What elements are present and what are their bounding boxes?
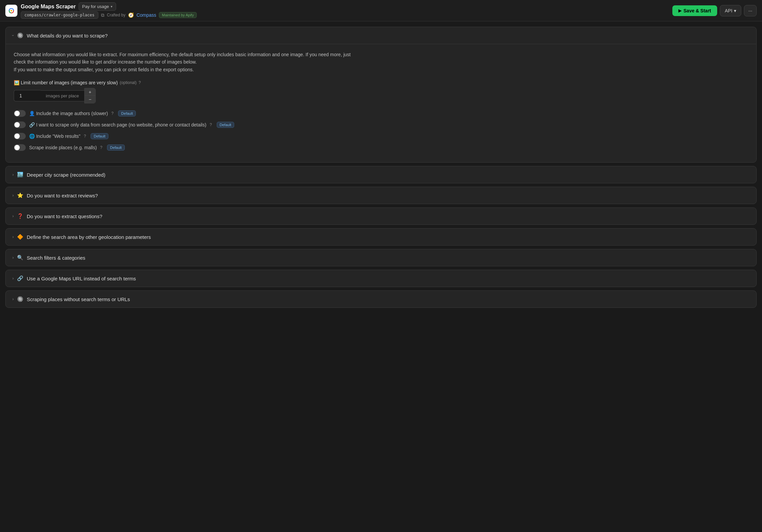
svg-point-1 <box>11 10 12 11</box>
accordion-search-filters: › 🔍 Search filters & categories <box>5 249 757 266</box>
accordion-questions: › ❓ Do you want to extract questions? <box>5 207 757 225</box>
app-title: Google Maps Scraper <box>21 4 76 10</box>
chevron-right-icon-3: › <box>12 214 14 218</box>
scrape-inside-toggle[interactable] <box>14 144 26 151</box>
increment-button[interactable]: + <box>85 88 95 96</box>
maintained-badge: Maintained by Apify <box>159 12 197 18</box>
chevron-right-icon-2: › <box>12 193 14 198</box>
compass-avatar: 🧭 <box>128 12 134 18</box>
images-per-place-field: images per place + − <box>14 88 748 103</box>
images-count-input[interactable] <box>14 90 40 101</box>
chevron-right-icon-4: › <box>12 235 14 239</box>
accordion-google-url: › 🔗 Use a Google Maps URL instead of sea… <box>5 270 757 287</box>
toggle-row-image-authors: 👤 Include the image authors (slower) ? D… <box>14 110 748 117</box>
breadcrumb-path: compass/crawler-google-places <box>21 11 98 19</box>
accordion-reviews: › ⭐ Do you want to extract reviews? <box>5 187 757 204</box>
section-emoji-8: 🔘 <box>17 296 23 302</box>
breadcrumb-row: compass/crawler-google-places ⧉ Crafted … <box>21 11 197 19</box>
accordion-body-scrape-details: Choose what information you would like t… <box>6 44 756 162</box>
accordion-header-geolocation[interactable]: › 🔶 Define the search area by other geol… <box>6 229 756 245</box>
accordion-header-reviews[interactable]: › ⭐ Do you want to extract reviews? <box>6 187 756 204</box>
web-results-default-badge: Default <box>91 133 108 139</box>
compass-link[interactable]: Compass <box>136 12 156 18</box>
pay-for-usage-button[interactable]: Pay for usage ▾ <box>79 2 116 11</box>
crafted-by-label: Crafted by <box>107 13 125 17</box>
copy-icon[interactable]: ⧉ <box>101 12 104 18</box>
toggle-row-search-page-only: 🔗 I want to scrape only data from search… <box>14 121 748 128</box>
accordion-scrape-details: › 🔘 What details do you want to scrape? … <box>5 27 757 163</box>
accordion-header-deeper-city[interactable]: › 🏙️ Deeper city scrape (recommended) <box>6 166 756 183</box>
chevron-right-icon-6: › <box>12 276 14 281</box>
chevron-right-icon: › <box>12 172 14 177</box>
accordion-geolocation: › 🔶 Define the search area by other geol… <box>5 228 757 246</box>
pay-chevron-icon: ▾ <box>111 5 112 8</box>
section-emoji-3: ⭐ <box>17 192 23 198</box>
app-logo <box>5 5 17 17</box>
play-icon: ▶ <box>678 8 681 13</box>
main-content: › 🔘 What details do you want to scrape? … <box>0 21 762 313</box>
search-page-only-toggle[interactable] <box>14 121 26 128</box>
limit-images-label: 🖼️ Limit number of images (images are ve… <box>14 80 748 85</box>
scrape-inside-help-icon[interactable]: ? <box>100 145 102 150</box>
section-emoji-7: 🔗 <box>17 275 23 281</box>
image-authors-toggle[interactable] <box>14 110 26 117</box>
scrape-inside-default-badge: Default <box>107 145 125 151</box>
accordion-header-google-url[interactable]: › 🔗 Use a Google Maps URL instead of sea… <box>6 270 756 287</box>
accordion-header-scrape-details[interactable]: › 🔘 What details do you want to scrape? <box>6 27 756 44</box>
section-emoji-6: 🔍 <box>17 255 23 261</box>
web-results-toggle[interactable] <box>14 133 26 140</box>
section-emoji-5: 🔶 <box>17 234 23 240</box>
accordion-deeper-city: › 🏙️ Deeper city scrape (recommended) <box>5 166 757 183</box>
images-unit-label: images per place <box>40 90 84 101</box>
image-authors-help-icon[interactable]: ? <box>111 111 114 116</box>
accordion-header-scraping-places[interactable]: › 🔘 Scraping places without search terms… <box>6 291 756 307</box>
search-page-only-default-badge: Default <box>217 122 234 128</box>
api-button[interactable]: API ▾ <box>720 5 742 16</box>
accordion-header-search-filters[interactable]: › 🔍 Search filters & categories <box>6 249 756 266</box>
app-header: Google Maps Scraper Pay for usage ▾ comp… <box>0 0 762 21</box>
header-actions: ▶ Save & Start API ▾ ··· <box>672 5 757 16</box>
search-page-only-help-icon[interactable]: ? <box>210 122 212 127</box>
toggle-label-image-authors: 👤 Include the image authors (slower) <box>29 111 108 116</box>
toggle-label-web-results: 🌐 Include "Web results" <box>29 134 81 139</box>
toggle-row-scrape-inside: Scrape inside places (e.g. malls) ? Defa… <box>14 144 748 151</box>
accordion-scraping-places: › 🔘 Scraping places without search terms… <box>5 290 757 308</box>
section-emoji: 🔘 <box>17 32 23 38</box>
more-options-button[interactable]: ··· <box>744 5 757 16</box>
chevron-right-icon-7: › <box>12 297 14 301</box>
chevron-right-icon-5: › <box>12 255 14 260</box>
toggle-label-scrape-inside: Scrape inside places (e.g. malls) <box>29 145 97 150</box>
chevron-down-icon: › <box>11 35 15 36</box>
image-authors-default-badge: Default <box>118 110 136 116</box>
save-start-button[interactable]: ▶ Save & Start <box>672 5 717 16</box>
section-emoji-2: 🏙️ <box>17 172 23 178</box>
toggle-label-search-page-only: 🔗 I want to scrape only data from search… <box>29 122 206 127</box>
section-emoji-4: ❓ <box>17 213 23 219</box>
web-results-help-icon[interactable]: ? <box>84 134 86 139</box>
toggle-row-web-results: 🌐 Include "Web results" ? Default <box>14 133 748 140</box>
accordion-header-questions[interactable]: › ❓ Do you want to extract questions? <box>6 208 756 225</box>
api-chevron-icon: ▾ <box>734 8 736 13</box>
section-description: Choose what information you would like t… <box>14 51 748 73</box>
number-stepper: + − <box>84 88 96 103</box>
limit-images-help-icon[interactable]: ? <box>138 80 141 85</box>
decrement-button[interactable]: − <box>85 96 95 103</box>
